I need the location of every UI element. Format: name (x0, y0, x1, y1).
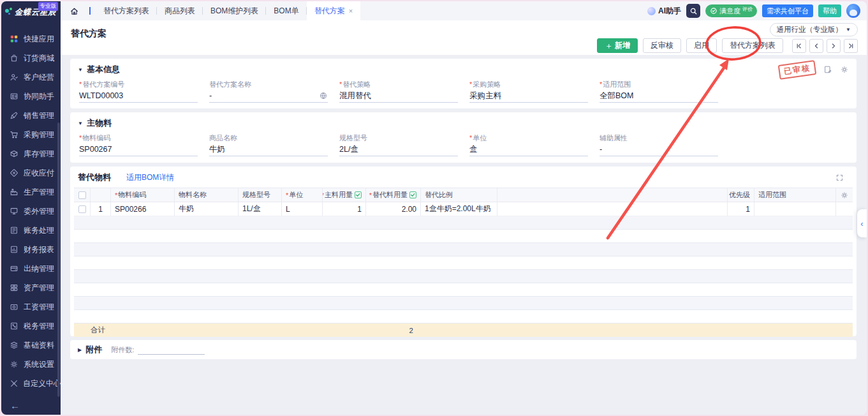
sidebar-item[interactable]: 工资管理 (1, 297, 61, 316)
sidebar-item[interactable]: 协同助手 (1, 87, 61, 106)
expand-triangle-icon[interactable]: ▶ (78, 347, 82, 353)
search-button[interactable] (686, 4, 700, 18)
field-value[interactable]: - (600, 143, 718, 156)
prev-page-button[interactable] (809, 39, 823, 53)
globe-icon[interactable] (319, 91, 328, 100)
row-checkbox[interactable] (78, 205, 86, 213)
field-value[interactable]: 混用替代 (339, 89, 458, 103)
ai-assistant-button[interactable]: AI助手 (647, 6, 681, 17)
add-button[interactable]: ＋ 新增 (597, 38, 638, 53)
header-cell[interactable]: 替代比例 (421, 188, 497, 202)
sidebar-item[interactable]: 账务处理 (1, 221, 61, 240)
header-cell[interactable]: *主料用量 (323, 188, 366, 202)
sidebar-item[interactable]: 资产管理 (1, 278, 61, 297)
field-value[interactable]: SP00267 (79, 143, 198, 156)
sidebar-item[interactable]: 销售管理 (1, 106, 61, 125)
field-value[interactable]: 全部BOM (600, 89, 718, 103)
field-value[interactable]: 2L/盒 (339, 143, 458, 156)
sidebar-item[interactable]: 应收应付 (1, 163, 61, 182)
body-cell-ratio[interactable]: 1盒牛奶=2.00L牛奶 (421, 202, 497, 216)
body-cell-priority[interactable]: 1 (728, 202, 754, 216)
sidebar-item[interactable]: 库存管理 (1, 144, 61, 163)
bom-detail-link[interactable]: 适用BOM详情 (126, 172, 174, 183)
editable-column-icon (409, 191, 416, 198)
body-cell-scope[interactable] (754, 202, 836, 216)
body-cell-spec[interactable]: 1L/盒 (239, 202, 282, 216)
right-collapse-handle[interactable]: ‹ (857, 209, 867, 237)
enable-button[interactable]: 启用 (686, 38, 717, 53)
sidebar-item[interactable]: 税务管理 (1, 316, 61, 336)
header-cell[interactable]: 优先级 (728, 188, 754, 202)
collapse-triangle-icon[interactable]: ▼ (78, 121, 83, 126)
sidebar-item[interactable]: 基础资料 (1, 336, 61, 355)
field-value[interactable]: 牛奶 (209, 143, 328, 156)
sidebar-item-label: 采购管理 (24, 130, 54, 140)
fullscreen-icon[interactable] (835, 174, 849, 182)
close-tab-icon[interactable]: × (349, 7, 353, 15)
sidebar-item[interactable]: 出纳管理 (1, 259, 61, 278)
sidebar-collapse-button[interactable]: ← (10, 400, 20, 411)
sidebar-item-label: 生产管理 (24, 187, 54, 198)
content-area: ▼ 基本信息 已审核 *替代方案编号WLTD00003替代方案名称-*替代策略混… (61, 55, 867, 415)
tab[interactable]: 替代方案列表 (96, 1, 157, 20)
industry-selector[interactable]: 通用行业（专业版） ▼ (770, 23, 858, 36)
sidebar-item[interactable]: 自定义中心 (1, 374, 61, 393)
sidebar-scrollbar[interactable] (57, 123, 60, 397)
satisfaction-button[interactable]: 满意度评价 (705, 4, 757, 17)
attachment-count-input[interactable] (138, 345, 205, 355)
sidebar-item[interactable]: 生产管理 (1, 182, 61, 202)
tab-active[interactable]: 替代方案× (307, 1, 360, 20)
body-cell-code[interactable]: SP00266 (111, 202, 175, 216)
body-cell-name[interactable]: 牛奶 (175, 202, 239, 216)
body-cell-filler[interactable] (497, 202, 728, 216)
sidebar-item[interactable]: 系统设置 (1, 355, 61, 374)
field-label: *单位 (469, 133, 588, 143)
first-page-button[interactable] (792, 39, 806, 53)
sidebar-menu: 快捷应用订货商城客户经营协同助手销售管理采购管理库存管理应收应付生产管理委外管理… (1, 29, 61, 393)
sidebar-item[interactable]: 财务报表 (1, 240, 61, 259)
cocreation-button[interactable]: 需求共创平台 (762, 4, 813, 17)
header-cell[interactable]: 适用范围 (754, 188, 836, 202)
unapprove-button[interactable]: 反审核 (643, 38, 681, 53)
collapse-triangle-icon[interactable]: ▼ (78, 67, 83, 73)
sidebar-item[interactable]: 客户经营 (1, 68, 61, 87)
select-all-checkbox[interactable] (78, 191, 86, 199)
app-window: 金蝶云星辰 专业版 快捷应用订货商城客户经营协同助手销售管理采购管理库存管理应收… (1, 1, 867, 415)
edit-record-icon[interactable] (823, 65, 832, 74)
header-cell[interactable]: *替代料用量 (366, 188, 421, 202)
sidebar-item-label: 工资管理 (24, 302, 54, 313)
field-value[interactable]: 盒 (469, 143, 588, 156)
last-page-button[interactable] (844, 39, 858, 53)
header-cell[interactable] (497, 188, 728, 202)
field-value[interactable]: 采购主料 (469, 89, 588, 103)
header-cell[interactable]: 物料名称 (175, 188, 239, 202)
back-to-list-button[interactable]: 替代方案列表 (722, 38, 783, 53)
sidebar-item[interactable]: 采购管理 (1, 125, 61, 144)
satisfaction-sup: 评价 (742, 6, 753, 13)
field-value[interactable]: WLTD00003 (79, 89, 198, 103)
panel-settings-icon[interactable] (840, 65, 849, 74)
header-cell[interactable]: 规格型号 (239, 188, 282, 202)
next-page-button[interactable] (827, 39, 841, 53)
column-settings-gear-icon[interactable] (836, 188, 853, 202)
tab[interactable]: BOM维护列表 (203, 1, 266, 20)
header-cell[interactable]: *物料编码 (111, 188, 175, 202)
body-cell-sub_qty[interactable]: 2.00 (366, 202, 421, 216)
tab[interactable]: BOM单 (266, 1, 306, 20)
field-label: 规格型号 (339, 133, 458, 143)
body-cell-unit[interactable]: L (282, 202, 323, 216)
home-tab-icon[interactable] (61, 1, 84, 20)
table-header-row: *物料编码物料名称规格型号*单位*主料用量*替代料用量替代比例优先级适用范围 (74, 188, 853, 202)
sidebar-item[interactable]: 委外管理 (1, 202, 61, 221)
user-avatar[interactable] (846, 4, 860, 18)
table-row[interactable]: 1SP00266牛奶1L/盒L12.001盒牛奶=2.00L牛奶1 (74, 202, 853, 216)
tab[interactable]: 商品列表 (157, 1, 203, 20)
header-cell[interactable]: *单位 (282, 188, 323, 202)
sidebar-item[interactable]: 订货商城 (1, 48, 61, 68)
field-value[interactable]: - (209, 89, 328, 103)
brand-logo[interactable]: 金蝶云星辰 专业版 (1, 1, 61, 23)
body-cell-main_qty[interactable]: 1 (323, 202, 366, 216)
help-button[interactable]: 帮助 (818, 4, 841, 17)
empty-grid-row (74, 283, 853, 297)
sidebar-item[interactable]: 快捷应用 (1, 29, 61, 48)
